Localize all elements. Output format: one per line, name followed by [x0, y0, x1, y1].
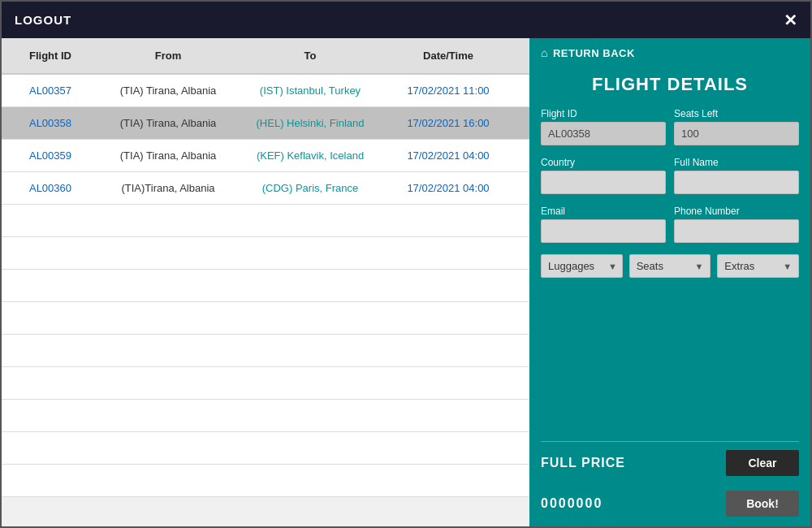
- return-back-label: RETURN BACK: [553, 47, 635, 59]
- email-label: Email: [541, 206, 666, 217]
- cell-datetime: 17/02/2021 11:00: [383, 78, 513, 103]
- cell-class: B, E: [513, 143, 529, 168]
- country-label: Country: [541, 157, 666, 168]
- empty-row: [2, 237, 529, 270]
- extras-dropdown-arrow: ▼: [776, 257, 798, 276]
- price-section: FULL PRICE Clear 0000000 Book!: [529, 441, 810, 526]
- empty-row: [2, 432, 529, 465]
- bottom-price-row: 0000000 Book!: [541, 484, 799, 526]
- form-group-seats-left: Seats Left: [674, 108, 799, 145]
- return-back-button[interactable]: ⌂ RETURN BACK: [529, 38, 810, 67]
- cell-class: E, B: [513, 78, 529, 103]
- form-group-flight-id: Flight ID: [541, 108, 666, 145]
- extras-select[interactable]: Extras: [718, 255, 776, 277]
- form-group-country: Country: [541, 157, 666, 194]
- cell-flight-id: AL00358: [2, 110, 99, 136]
- cell-to: (IST) Istanbul, Turkey: [237, 78, 383, 103]
- cell-flight-id: AL00359: [2, 143, 99, 168]
- cell-flight-id: AL00360: [2, 175, 99, 201]
- details-form: Flight ID Seats Left Country Ful: [529, 108, 810, 243]
- table-row[interactable]: AL00360 (TIA)Tirana, Albania (CDG) Paris…: [2, 172, 529, 205]
- cell-flight-id: AL00357: [2, 78, 99, 103]
- cell-from: (TIA) Tirana, Albania: [99, 143, 237, 168]
- table-body: AL00357 (TIA) Tirana, Albania (IST) Ista…: [2, 75, 529, 526]
- empty-row: [2, 367, 529, 400]
- empty-row: [2, 302, 529, 335]
- cell-to: (KEF) Keflavik, Iceland: [237, 143, 383, 168]
- luggage-dropdown-group: Luggages ▼: [541, 254, 623, 278]
- cell-datetime: 17/02/2021 16:00: [383, 110, 513, 136]
- cell-to: (HEL) Helsinki, Finland: [237, 110, 383, 136]
- cell-to: (CDG) Paris, France: [237, 175, 383, 201]
- seats-select[interactable]: Seats: [630, 255, 689, 277]
- main-content: Flight ID From To Date/Time Class Seats …: [2, 38, 810, 526]
- phone-label: Phone Number: [674, 206, 799, 217]
- full-name-label: Full Name: [674, 157, 799, 168]
- cell-class: F, B, E: [513, 110, 529, 136]
- luggage-dropdown-arrow: ▼: [602, 257, 623, 276]
- cell-from: (TIA) Tirana, Albania: [99, 78, 237, 103]
- col-flight-id: Flight ID: [2, 46, 99, 65]
- cell-class: B, E: [513, 175, 529, 201]
- luggage-select[interactable]: Luggages: [542, 255, 602, 277]
- form-row-ids: Flight ID Seats Left: [541, 108, 799, 145]
- country-input[interactable]: [541, 171, 666, 194]
- clear-button[interactable]: Clear: [726, 450, 799, 476]
- empty-row: [2, 465, 529, 497]
- full-price-row: FULL PRICE Clear: [541, 441, 799, 484]
- form-row-name: Country Full Name: [541, 157, 799, 194]
- empty-row: [2, 335, 529, 367]
- close-button[interactable]: ✕: [784, 12, 797, 28]
- form-group-email: Email: [541, 206, 666, 243]
- table-row[interactable]: AL00359 (TIA) Tirana, Albania (KEF) Kefl…: [2, 140, 529, 172]
- cell-from: (TIA) Tirana, Albania: [99, 110, 237, 136]
- table-row[interactable]: AL00357 (TIA) Tirana, Albania (IST) Ista…: [2, 75, 529, 107]
- empty-row: [2, 270, 529, 302]
- form-group-fullname: Full Name: [674, 157, 799, 194]
- flight-id-input[interactable]: [541, 122, 666, 145]
- seats-dropdown-arrow: ▼: [688, 257, 710, 276]
- flight-list-panel: Flight ID From To Date/Time Class Seats …: [2, 38, 529, 526]
- empty-row: [2, 400, 529, 432]
- flight-details-panel: ⌂ RETURN BACK FLIGHT DETAILS Flight ID S…: [529, 38, 810, 526]
- form-group-phone: Phone Number: [674, 206, 799, 243]
- table-header: Flight ID From To Date/Time Class Seats …: [2, 38, 529, 75]
- seats-left-label: Seats Left: [674, 108, 799, 119]
- table-row[interactable]: AL00358 (TIA) Tirana, Albania (HEL) Hels…: [2, 107, 529, 140]
- flight-id-label: Flight ID: [541, 108, 666, 119]
- form-row-contact: Email Phone Number: [541, 206, 799, 243]
- book-button[interactable]: Book!: [726, 491, 799, 517]
- app-header: LOGOUT ✕: [2, 2, 810, 38]
- dropdowns-row: Luggages ▼ Seats ▼ Extras ▼: [529, 254, 810, 278]
- extras-dropdown-group: Extras ▼: [717, 254, 799, 278]
- full-name-input[interactable]: [674, 171, 799, 194]
- phone-input[interactable]: [674, 219, 799, 243]
- cell-datetime: 17/02/2021 04:00: [383, 175, 513, 201]
- cell-datetime: 17/02/2021 04:00: [383, 143, 513, 168]
- seats-left-input[interactable]: [674, 122, 799, 145]
- col-class: Class: [513, 46, 529, 65]
- col-datetime: Date/Time: [383, 46, 513, 65]
- seats-dropdown-group: Seats ▼: [629, 254, 711, 278]
- col-from: From: [99, 46, 237, 65]
- full-price-label: FULL PRICE: [541, 456, 625, 470]
- email-input[interactable]: [541, 219, 666, 243]
- app-title: LOGOUT: [15, 13, 71, 27]
- cell-from: (TIA)Tirana, Albania: [99, 175, 237, 201]
- home-icon: ⌂: [541, 46, 548, 59]
- empty-row: [2, 205, 529, 237]
- flight-details-title: FLIGHT DETAILS: [529, 67, 810, 108]
- col-to: To: [237, 46, 383, 65]
- price-value: 0000000: [541, 496, 603, 511]
